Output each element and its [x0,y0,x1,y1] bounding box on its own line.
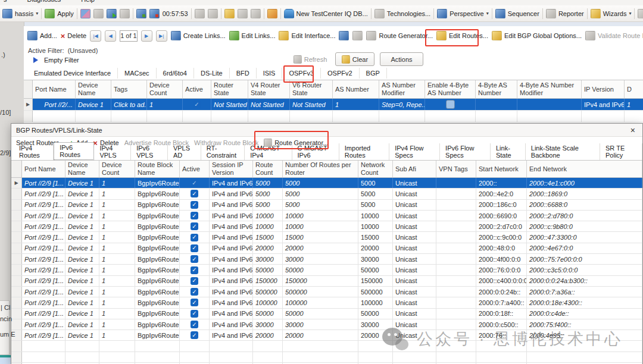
row-selector[interactable] [11,319,22,330]
active-checkbox[interactable]: ✓ [191,201,198,209]
column-header-tags[interactable]: Tags [111,80,147,98]
table-row[interactable]: Port //2/9 [1...Device 11BgpIpv6Route...… [11,200,642,211]
column-header-port-name[interactable]: Port Name [22,161,65,177]
row-selector[interactable] [11,200,22,210]
column-header-device-name[interactable]: Device Name [65,161,99,177]
row-selector[interactable] [11,276,22,286]
table-row[interactable]: Port //2/9 [1...Device 11BgpIpv6Route...… [11,309,642,319]
routes-tab-ipv4-vpls[interactable]: IPv4 VPLS [94,143,131,160]
start-arp-icon[interactable] [224,9,235,18]
protocol-tab-bfd[interactable]: BFD [230,68,257,79]
table-row[interactable]: Port //2/9 [1...Device 11BgpIpv6Route...… [11,211,642,221]
row-selector[interactable] [11,265,22,275]
routes-tab-link-state[interactable]: Link-State [491,143,526,160]
row-selector[interactable]: ▶ [11,178,22,188]
protocol-tab-macsec[interactable]: MACsec [118,68,157,79]
active-checkbox[interactable]: ✓ [191,288,198,296]
row-selector[interactable] [11,221,22,231]
save-results-icon[interactable] [267,9,277,18]
apply-button[interactable]: Apply [45,9,74,18]
select-all-corner[interactable] [11,161,22,177]
row-selector[interactable] [11,297,22,307]
globe-icon[interactable] [339,31,349,40]
start-devices-icon[interactable] [107,9,117,18]
routes-tab-ipv6-flow-specs[interactable]: IPv6 Flow Specs [440,143,491,160]
select-all-corner[interactable] [24,80,33,98]
route-generator-button[interactable]: Route Generator... [366,31,433,40]
column-header-v4-router-state[interactable]: V4 Router State [248,80,290,98]
sequencer-button[interactable]: Sequencer [495,9,539,18]
table-row[interactable]: Port //2/9 [1...Device 11BgpIpv6Route...… [11,276,642,287]
disconnect-ports-icon[interactable] [93,9,104,18]
column-header-route-count[interactable]: Route Count [253,161,283,177]
summary-button[interactable]: Summary... [638,9,643,18]
table-row[interactable]: Port //2/9 [1...Device 11BgpIpv6Route...… [11,221,642,232]
column-header-end-network[interactable]: End Network [527,161,642,177]
row-selector[interactable] [11,232,22,242]
active-checkbox[interactable] [446,100,455,109]
menu-item-help[interactable]: Help [81,0,95,3]
routes-tab-imported-routes[interactable]: Imported Routes [339,143,389,160]
first-page-button[interactable]: |◀ [90,30,101,42]
table-row[interactable]: Port //2/9 [1...Device 11BgpIpv6Route...… [11,297,642,308]
edit-links-button[interactable]: Edit Links... [229,31,276,40]
column-header-number-of-routes-per-router[interactable]: Number Of Routes per Router [283,161,358,177]
routes-tab-ipv4-routes[interactable]: IPv4 Routes [14,143,54,160]
delete-button[interactable]: × Delete [61,32,86,40]
routes-tab-ipv4-flow-specs[interactable]: IPv4 Flow Specs [389,143,440,160]
refresh-button[interactable]: Refresh [290,52,330,66]
next-page-button[interactable]: ▶ [141,30,152,42]
validate-route-files-button[interactable]: Validate Route Files [585,31,643,40]
active-checkbox[interactable]: ✓ [191,277,198,285]
column-header-as-number-modifier[interactable]: AS Number Modifier [379,80,425,98]
protocol-tab-6rd-6to4[interactable]: 6rd/6to4 [157,68,194,79]
column-header-sub-afi[interactable]: Sub Afi [393,161,436,177]
protocol-tab-isis[interactable]: ISIS [257,68,283,79]
active-checkbox[interactable]: ✓ [191,255,198,263]
menu-item-fragment[interactable]: s [4,0,7,3]
routes-tab-ipv6-vpls[interactable]: IPv6 VPLS [131,143,168,160]
table-row[interactable]: Port //2/9 [1...Device 11BgpIpv6Route...… [11,232,642,243]
routes-tab-ipv6-routes[interactable]: IPv6 Routes [54,142,94,160]
column-header-active[interactable]: Active [180,161,210,177]
routes-tab-rt-constraint[interactable]: RT-Constraint [201,143,245,160]
active-checkbox[interactable]: ✓ [191,266,198,274]
close-icon[interactable]: × [628,125,638,135]
column-header-4-byte-as-number-modifier[interactable]: 4-Byte AS Number Modifier [517,80,582,98]
row-selector[interactable] [11,309,22,319]
column-header-router-state[interactable]: Router State [211,80,248,98]
row-selector[interactable] [11,287,22,297]
pause-traffic-icon[interactable] [195,9,205,18]
column-header-session-ip-version[interactable]: Session IP Version [210,161,253,177]
connect-ports-icon[interactable] [80,9,90,18]
unlock-icon[interactable] [251,9,261,18]
column-header-active[interactable]: Active [183,80,211,98]
edit-interface-button[interactable]: Edit Interface... [279,31,335,40]
table-row[interactable]: Port //2/9 [1...Device 11BgpIpv6Route...… [11,243,642,254]
table-row[interactable]: ▶Port //2/...Device 1Click to ad...1✓Not… [24,99,643,111]
start-traffic-icon[interactable] [136,9,146,18]
column-header-device-count[interactable]: Device Count [99,161,135,177]
active-checkbox[interactable]: ✓ [193,101,201,108]
menu-item-diagnostics[interactable]: Diagnostics [27,0,61,3]
resume-traffic-icon[interactable] [208,9,218,18]
database-button[interactable]: New TestCenter IQ DB... [284,9,368,18]
table-row[interactable]: Port //2/9 [1...Device 11BgpIpv6Route...… [11,287,642,297]
column-header-device-name[interactable]: Device Name [76,80,111,98]
chassis-dropdown[interactable]: hassis▾ [2,9,38,18]
active-checkbox[interactable]: ✓ [191,190,198,197]
protocol-tab-bgp[interactable]: BGP [360,68,387,79]
create-links-button[interactable]: Create Links... [171,31,226,40]
actions-button[interactable]: Actions [380,52,423,66]
table-row[interactable]: Port //2/9 [1...Device 11BgpIpv6Route...… [11,254,642,265]
table-row[interactable]: ▶Port //2/9 [1...Device 11BgpIpv6Route..… [11,178,642,189]
empty-filter-row[interactable]: Empty Filter [33,57,79,64]
stop-arp-icon[interactable] [238,9,248,18]
column-header-port-name[interactable]: Port Name [33,80,76,98]
column-header-route-block-name[interactable]: Route Block Name [135,161,180,177]
routes-tab-sr-te-policy[interactable]: SR TE Policy [600,143,642,160]
routes-tab-vpls-ad[interactable]: VPLS AD [168,143,201,160]
last-page-button[interactable]: ▶| [156,30,167,42]
column-header-v6-router-state[interactable]: V6 Router State [290,80,333,98]
stop-traffic-icon[interactable] [149,9,160,18]
